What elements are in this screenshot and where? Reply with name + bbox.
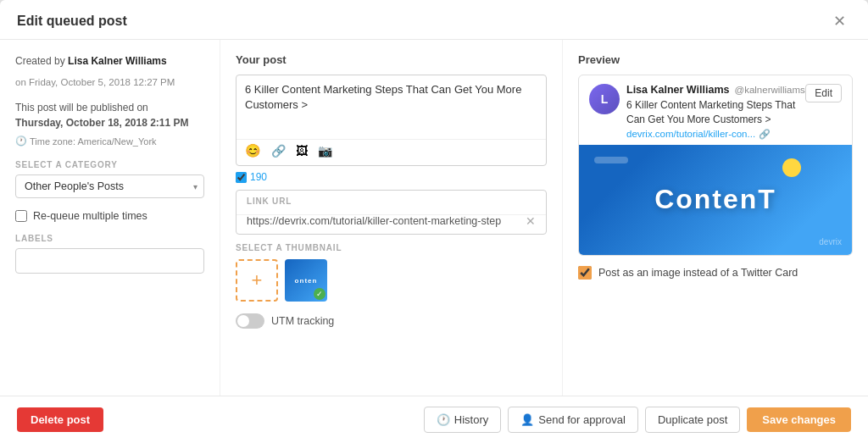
thumbnail-preview[interactable]: onten ✓ <box>285 259 327 302</box>
char-count-checkbox[interactable] <box>236 172 247 183</box>
post-as-image-row: Post as an image instead of a Twitter Ca… <box>578 266 853 280</box>
created-date: on Friday, October 5, 2018 12:27 PM <box>15 77 204 87</box>
requeue-label: Re-queue multiple times <box>33 210 147 222</box>
utm-label: UTM tracking <box>271 315 334 327</box>
modal-body: Created by Lisa Kalner Williams on Frida… <box>0 40 868 396</box>
modal-footer: Delete post 🕐 History 👤 Send for approva… <box>0 396 868 443</box>
category-label: SELECT A CATEGORY <box>15 160 204 169</box>
edit-button[interactable]: Edit <box>805 84 842 102</box>
post-as-image-checkbox[interactable] <box>578 266 592 280</box>
textarea-wrap: 6 Killer Content Marketing Steps That Ca… <box>236 75 546 139</box>
duplicate-post-button[interactable]: Duplicate post <box>645 407 740 433</box>
delete-post-button[interactable]: Delete post <box>17 407 103 432</box>
link-url-label: LINK URL <box>247 197 536 206</box>
preview-link[interactable]: devrix.com/tutorial/killer-con... <box>626 129 755 139</box>
person-icon: 👤 <box>520 413 534 426</box>
emoji-icon[interactable]: 😊 <box>245 143 261 158</box>
close-button[interactable]: ✕ <box>828 12 851 30</box>
char-count-row: 190 <box>236 171 547 183</box>
link-icon[interactable]: 🔗 <box>271 144 286 158</box>
preview-user-handle: @kalnerwilliams <box>734 85 804 95</box>
category-select-wrapper: Other People's Posts My Posts Curated ▾ <box>15 174 204 198</box>
avatar: L <box>589 84 620 114</box>
preview-image-brand: devrix <box>819 237 842 246</box>
send-for-approval-button[interactable]: 👤 Send for approval <box>508 407 638 433</box>
link-url-section: LINK URL ✕ <box>236 190 547 235</box>
post-text-area-wrapper: 6 Killer Content Marketing Steps That Ca… <box>236 75 547 166</box>
labels-input[interactable] <box>15 248 204 274</box>
preview-card: L Lisa Kalner Williams @kalnerwilliams 6… <box>578 75 853 256</box>
preview-user-name: Lisa Kalner Williams <box>626 84 729 96</box>
preview-user-info: Lisa Kalner Williams @kalnerwilliams 6 K… <box>626 84 805 140</box>
link-url-row: ✕ <box>236 214 546 234</box>
requeue-checkbox[interactable] <box>15 210 27 222</box>
preview-title: Preview <box>578 53 853 66</box>
right-panel: Preview L Lisa Kalner Williams @kalnerwi… <box>563 40 868 396</box>
middle-panel: Your post 6 Killer Content Marketing Ste… <box>220 40 563 396</box>
created-by-label: Created by <box>15 55 65 67</box>
published-date: Thursday, October 18, 2018 2:11 PM <box>15 117 189 129</box>
left-panel: Created by Lisa Kalner Williams on Frida… <box>0 40 220 396</box>
thumbnail-check-icon: ✓ <box>314 288 326 300</box>
timezone: 🕐 Time zone: America/New_York <box>15 136 204 147</box>
preview-image-decoration <box>594 157 628 163</box>
utm-toggle[interactable] <box>236 313 264 329</box>
category-select[interactable]: Other People's Posts My Posts Curated <box>15 174 204 198</box>
image-icon[interactable]: 🖼 <box>296 144 308 158</box>
labels-section-label: LABELS <box>15 234 204 243</box>
link-url-header: LINK URL <box>236 191 546 214</box>
footer-left: Delete post <box>17 407 103 432</box>
save-changes-button[interactable]: Save changes <box>747 407 851 432</box>
created-by-info: Created by Lisa Kalner Williams <box>15 53 204 69</box>
thumbnail-section: SELECT A THUMBNAIL + onten ✓ <box>236 243 547 302</box>
preview-user: L Lisa Kalner Williams @kalnerwilliams 6… <box>589 84 805 140</box>
your-post-title: Your post <box>236 53 547 66</box>
camera-icon[interactable]: 📷 <box>318 144 332 158</box>
toolbar-icons: 😊 🔗 🖼 📷 <box>245 143 332 158</box>
thumbnail-text: onten <box>295 277 318 285</box>
link-chain-icon: 🔗 <box>759 129 771 140</box>
preview-image: ContenT devrix <box>579 145 852 255</box>
published-label: This post will be published on <box>15 102 148 114</box>
thumbnail-row: + onten ✓ <box>236 259 547 302</box>
requeue-checkbox-row: Re-queue multiple times <box>15 210 204 222</box>
modal-header: Edit queued post ✕ <box>0 0 868 40</box>
send-for-approval-label: Send for approval <box>538 413 626 426</box>
history-button[interactable]: 🕐 History <box>424 407 501 433</box>
post-textarea[interactable]: 6 Killer Content Marketing Steps That Ca… <box>245 82 537 133</box>
preview-post-text: 6 Killer Content Marketing Steps That Ca… <box>626 98 805 127</box>
history-icon: 🕐 <box>437 413 450 426</box>
preview-header: L Lisa Kalner Williams @kalnerwilliams 6… <box>579 75 852 145</box>
clock-icon: 🕐 <box>15 136 27 147</box>
edit-queued-post-modal: Edit queued post ✕ Created by Lisa Kalne… <box>0 0 868 443</box>
footer-right: 🕐 History 👤 Send for approval Duplicate … <box>424 407 851 433</box>
created-by-name: Lisa Kalner Williams <box>68 55 167 67</box>
clear-url-button[interactable]: ✕ <box>526 215 536 227</box>
timezone-text: Time zone: America/New_York <box>30 136 157 147</box>
published-info: This post will be published on Thursday,… <box>15 100 204 130</box>
toolbar-row: 😊 🔗 🖼 📷 <box>236 139 546 165</box>
post-as-image-label: Post as an image instead of a Twitter Ca… <box>598 267 798 279</box>
char-count-value: 190 <box>250 171 267 183</box>
thumbnail-label: SELECT A THUMBNAIL <box>236 243 547 252</box>
plus-icon: + <box>252 269 263 291</box>
preview-image-text: ContenT <box>654 184 776 215</box>
utm-row: UTM tracking <box>236 313 547 329</box>
thumbnail-add-button[interactable]: + <box>236 259 278 302</box>
modal-title: Edit queued post <box>17 14 127 29</box>
history-label: History <box>454 413 488 426</box>
link-url-input[interactable] <box>247 215 520 227</box>
sun-decoration <box>782 158 801 177</box>
